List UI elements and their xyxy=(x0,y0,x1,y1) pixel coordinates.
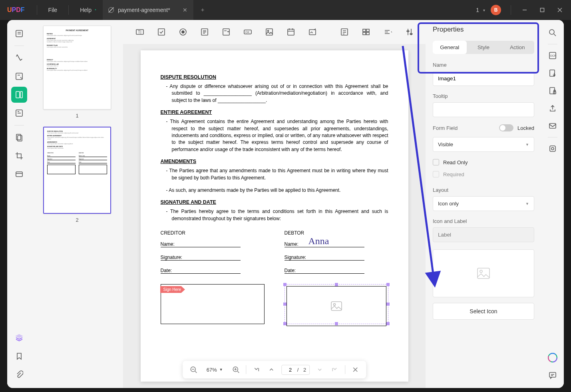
paragraph: - Any dispute or difference whatsoever a… xyxy=(161,83,388,104)
share-button[interactable] xyxy=(545,101,560,115)
tab-general[interactable]: General xyxy=(433,41,467,54)
organize-tool[interactable] xyxy=(11,105,27,121)
readonly-checkbox[interactable]: Read Only xyxy=(433,159,534,165)
align-tool[interactable] xyxy=(358,24,374,40)
signature-tool[interactable] xyxy=(304,24,320,40)
checkbox-tool[interactable] xyxy=(153,24,169,40)
paragraph: - The Parties hereby agree to the terms … xyxy=(161,208,388,222)
zoom-in-button[interactable] xyxy=(231,364,241,375)
tooltip-input[interactable] xyxy=(433,102,534,117)
zoom-out-button[interactable] xyxy=(188,364,199,375)
svg-rect-42 xyxy=(363,29,366,32)
edit-tool[interactable] xyxy=(11,68,27,84)
svg-point-74 xyxy=(551,147,554,150)
crop-tool[interactable] xyxy=(11,148,27,164)
tab-icon xyxy=(108,7,114,13)
properties-tabs: General Style Action xyxy=(433,41,534,54)
visibility-select[interactable]: Visible▼ xyxy=(433,137,534,152)
dropdown-tool[interactable] xyxy=(197,24,213,40)
search-button[interactable] xyxy=(545,26,560,40)
creditor-label: CREDITOR xyxy=(161,230,265,236)
tab-dropdown-icon[interactable]: ▾ xyxy=(483,8,485,12)
required-checkbox[interactable]: Required xyxy=(433,171,534,177)
more-align-tool[interactable] xyxy=(380,24,396,40)
page-tool[interactable] xyxy=(11,129,27,145)
svg-point-65 xyxy=(549,30,554,34)
last-page-button[interactable] xyxy=(330,364,340,375)
svg-rect-73 xyxy=(550,146,555,151)
bookmark-button[interactable] xyxy=(11,348,27,364)
svg-point-22 xyxy=(182,31,184,33)
prev-page-button[interactable] xyxy=(267,364,277,375)
thumb-label-1: 1 xyxy=(35,113,119,119)
thumbnail-page-2[interactable]: DISPUTE RESOLUTION Lorem ipsum dolor con… xyxy=(43,127,111,214)
tab-close-button[interactable]: ✕ xyxy=(182,7,188,13)
svg-text:OCR: OCR xyxy=(550,54,557,57)
thumbnail-page-1[interactable]: PAYMENT AGREEMENT PARTIES Lorem ipsum do… xyxy=(43,26,111,109)
layout-label: Layout xyxy=(433,187,534,193)
convert-button[interactable] xyxy=(545,66,560,80)
layout-select[interactable]: Icon only▼ xyxy=(433,196,534,211)
formfield-label: Form Field xyxy=(433,125,458,131)
svg-rect-9 xyxy=(16,92,20,98)
tab-action[interactable]: Action xyxy=(500,41,534,54)
reader-tool[interactable] xyxy=(11,26,27,42)
chat-button[interactable] xyxy=(545,368,560,382)
properties-panel: Properties General Style Action Name Too… xyxy=(426,20,541,388)
iconlabel-input[interactable] xyxy=(433,227,534,242)
svg-point-52 xyxy=(333,304,335,306)
tab-style[interactable]: Style xyxy=(467,41,501,54)
button-tool[interactable]: OK xyxy=(240,24,256,40)
name-label: Name xyxy=(433,62,534,68)
document-page: DISPUTE RESOLUTION - Any dispute or diff… xyxy=(141,50,408,382)
zoom-select[interactable]: 67%▼ xyxy=(203,365,226,374)
attachment-button[interactable] xyxy=(11,366,27,382)
svg-line-55 xyxy=(195,371,197,373)
protect-button[interactable] xyxy=(545,84,560,98)
email-button[interactable] xyxy=(545,119,560,133)
print-button[interactable] xyxy=(545,141,560,156)
next-page-button[interactable] xyxy=(314,364,325,375)
ai-assistant-button[interactable] xyxy=(545,350,560,365)
redact-tool[interactable] xyxy=(11,166,27,182)
close-zoombar-button[interactable] xyxy=(350,364,360,375)
svg-rect-37 xyxy=(309,30,316,35)
settings-tool[interactable] xyxy=(401,24,417,40)
first-page-button[interactable] xyxy=(251,364,262,375)
total-pages: 2 xyxy=(303,367,306,373)
ocr-button[interactable]: OCR xyxy=(545,48,560,63)
date-tool[interactable] xyxy=(283,24,299,40)
svg-point-32 xyxy=(267,30,269,32)
image-tool[interactable] xyxy=(261,24,277,40)
heading-dispute: DISPUTE RESOLUTION xyxy=(161,74,388,80)
minimize-button[interactable] xyxy=(516,4,533,16)
current-page-input[interactable] xyxy=(285,367,296,373)
signature-anna: Anna xyxy=(308,236,329,247)
radio-tool[interactable] xyxy=(175,24,191,40)
name-input[interactable] xyxy=(433,71,534,86)
new-tab-button[interactable]: ＋ xyxy=(197,6,209,14)
creditor-sign-box[interactable]: Sign Here xyxy=(161,284,265,324)
image-field-selected[interactable] xyxy=(285,284,388,324)
right-sidebar: OCR xyxy=(541,20,564,388)
locked-label: Locked xyxy=(517,125,534,131)
svg-rect-44 xyxy=(363,32,366,35)
user-avatar[interactable]: B xyxy=(491,5,501,15)
tab-count[interactable]: 1 xyxy=(472,7,483,13)
page-indicator[interactable]: / 2 xyxy=(282,365,310,375)
locked-toggle[interactable] xyxy=(499,124,513,131)
listbox-tool[interactable] xyxy=(218,24,234,40)
svg-rect-33 xyxy=(288,29,294,35)
comment-tool[interactable] xyxy=(11,50,27,66)
form-recognition-tool[interactable] xyxy=(336,24,352,40)
text-field-tool[interactable]: T| xyxy=(132,24,148,40)
close-window-button[interactable] xyxy=(551,4,569,16)
maximize-button[interactable] xyxy=(533,4,551,16)
select-icon-button[interactable]: Select Icon xyxy=(433,303,534,320)
zoom-bar: 67%▼ / 2 xyxy=(183,361,366,378)
form-tool[interactable] xyxy=(11,87,27,103)
menu-file[interactable]: File xyxy=(42,7,64,13)
layers-button[interactable] xyxy=(11,330,27,346)
document-tab[interactable]: payment-agreement* ✕ xyxy=(103,0,193,20)
menu-help[interactable]: Help xyxy=(74,7,98,13)
